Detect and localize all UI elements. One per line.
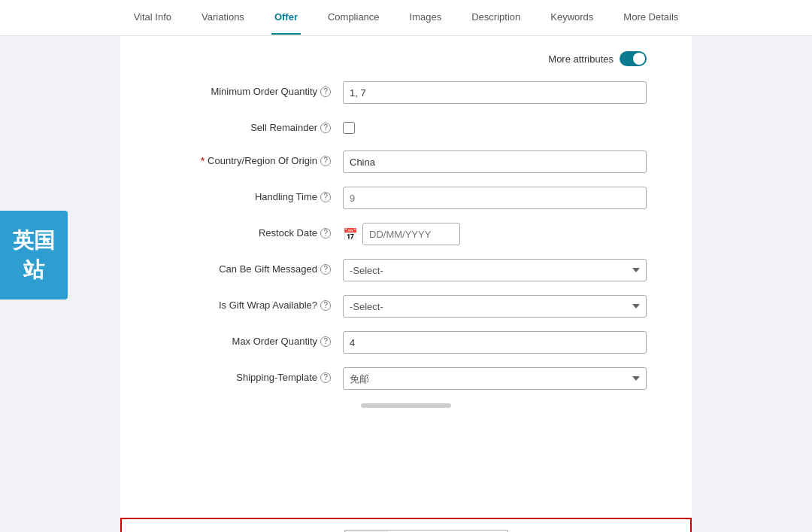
minimum-order-quantity-help-icon[interactable]: ?: [320, 87, 331, 97]
sell-remainder-input-area: [343, 117, 647, 137]
handling-time-help-icon[interactable]: ?: [320, 192, 331, 202]
is-gift-wrap-available-input-area: -Select- Yes No: [343, 295, 647, 318]
sidebar-badge: 英国站: [0, 211, 68, 299]
can-be-gift-messaged-help-icon[interactable]: ?: [320, 264, 331, 275]
tab-keywords[interactable]: Keywords: [547, 1, 596, 35]
can-be-gift-messaged-select[interactable]: -Select- Yes No: [343, 259, 647, 281]
minimum-order-quantity-input-area: [343, 81, 647, 104]
scroll-hint: [165, 403, 647, 408]
handling-time-input[interactable]: [343, 187, 647, 209]
scroll-bar[interactable]: [361, 403, 451, 408]
minimum-order-quantity-row: Minimum Order Quantity ?: [165, 81, 647, 104]
max-order-quantity-row: Max Order Quantity ?: [165, 331, 647, 354]
tab-more-details[interactable]: More Details: [620, 1, 681, 35]
tab-images[interactable]: Images: [407, 1, 445, 35]
can-be-gift-messaged-label: Can Be Gift Messaged ?: [165, 259, 331, 275]
date-input-wrapper: 📅: [343, 223, 647, 245]
sell-remainder-checkbox[interactable]: [343, 122, 355, 134]
can-be-gift-messaged-input-area: -Select- Yes No: [343, 259, 647, 281]
handling-time-label: Handling Time ?: [165, 187, 331, 202]
max-order-quantity-input-area: [343, 331, 647, 354]
is-gift-wrap-available-label: Is Gift Wrap Available? ?: [165, 295, 331, 311]
tab-compliance[interactable]: Compliance: [325, 1, 383, 35]
country-region-of-origin-row: * Country/Region Of Origin ?: [165, 150, 647, 173]
main-content: More attributes Minimum Order Quantity ?…: [0, 36, 812, 532]
shipping-template-help-icon[interactable]: ?: [320, 372, 331, 383]
country-region-input[interactable]: [343, 150, 647, 173]
minimum-order-quantity-input[interactable]: [343, 81, 647, 104]
handling-time-input-area: [343, 187, 647, 209]
shipping-template-row: Shipping-Template ? 免邮: [165, 367, 647, 390]
more-attributes-label: More attributes: [548, 53, 614, 65]
country-region-help-icon[interactable]: ?: [320, 156, 331, 166]
more-attributes-row: More attributes: [165, 51, 647, 66]
rrp-highlight-box: Recommended Retail Price ? GBPE: [120, 518, 692, 532]
shipping-template-input-area: 免邮: [343, 367, 647, 390]
can-be-gift-messaged-row: Can Be Gift Messaged ? -Select- Yes No: [165, 259, 647, 281]
country-region-input-area: [343, 150, 647, 173]
handling-time-row: Handling Time ?: [165, 187, 647, 209]
tab-vital-info[interactable]: Vital Info: [131, 1, 174, 35]
tab-offer[interactable]: Offer: [271, 1, 301, 35]
restock-date-input-area: 📅: [343, 223, 647, 245]
sell-remainder-label: Sell Remainder ?: [165, 117, 331, 133]
restock-date-input[interactable]: [362, 223, 460, 245]
shipping-template-label: Shipping-Template ?: [165, 367, 331, 383]
tab-description[interactable]: Description: [468, 1, 523, 35]
minimum-order-quantity-label: Minimum Order Quantity ?: [165, 81, 331, 97]
restock-date-row: Restock Date ? 📅: [165, 223, 647, 245]
is-gift-wrap-available-select[interactable]: -Select- Yes No: [343, 295, 647, 318]
calendar-icon[interactable]: 📅: [343, 227, 358, 242]
form-card: More attributes Minimum Order Quantity ?…: [120, 36, 692, 518]
top-nav: Vital Info Variations Offer Compliance I…: [0, 0, 812, 36]
max-order-quantity-input[interactable]: [343, 331, 647, 354]
country-region-of-origin-label: * Country/Region Of Origin ?: [165, 150, 331, 166]
is-gift-wrap-available-row: Is Gift Wrap Available? ? -Select- Yes N…: [165, 295, 647, 318]
restock-date-label: Restock Date ?: [165, 223, 331, 239]
restock-date-help-icon[interactable]: ?: [320, 228, 331, 239]
max-order-quantity-help-icon[interactable]: ?: [320, 336, 331, 347]
sell-remainder-help-icon[interactable]: ?: [320, 123, 331, 133]
is-gift-wrap-available-help-icon[interactable]: ?: [320, 300, 331, 311]
tab-variations[interactable]: Variations: [198, 1, 247, 35]
max-order-quantity-label: Max Order Quantity ?: [165, 331, 331, 347]
sell-remainder-row: Sell Remainder ?: [165, 117, 647, 137]
shipping-template-select[interactable]: 免邮: [343, 367, 647, 390]
more-attributes-toggle[interactable]: [620, 51, 647, 66]
